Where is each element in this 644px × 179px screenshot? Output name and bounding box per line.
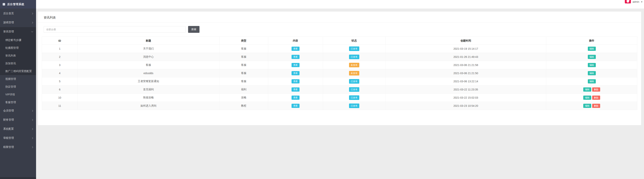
topbar: admin xyxy=(36,0,644,8)
cell-created: 2021-03-23 10:54:20 xyxy=(386,102,546,110)
sidebar-item-6[interactable]: 客服管理 xyxy=(0,98,36,106)
search-bar: 搜索 xyxy=(44,26,636,33)
cell-status: 已发布 xyxy=(323,53,385,61)
sidebar-footer[interactable] xyxy=(0,177,36,179)
sidebar-group: 资讯管理绑定帐号步骤轮播图管理资讯列表添加资讯推广二维码背景图配置 xyxy=(0,27,36,75)
edit-button[interactable]: 编辑 xyxy=(588,63,596,67)
sidebar: 后台管理系统 后台首页游戏管理资讯管理绑定帐号步骤轮播图管理资讯列表添加资讯推广… xyxy=(0,0,36,179)
sidebar-item-1[interactable]: 游戏管理 xyxy=(0,18,36,27)
user-avatar xyxy=(625,0,631,3)
edit-button[interactable]: 编辑 xyxy=(588,55,596,59)
chevron-right-icon xyxy=(31,22,33,23)
app-title: 后台管理系统 xyxy=(7,3,24,6)
view-button[interactable]: 查看 xyxy=(292,79,300,83)
edit-button[interactable]: 编辑 xyxy=(588,71,596,75)
user-menu[interactable]: admin xyxy=(625,0,642,3)
cell-created: 2021-03-22 15:02:03 xyxy=(386,94,546,102)
sidebar-nav: 后台首页游戏管理资讯管理绑定帐号步骤轮播图管理资讯列表添加资讯推广二维码背景图配… xyxy=(0,8,36,152)
cell-created: 2021-03-06 21:21:58 xyxy=(386,61,546,69)
edit-button[interactable]: 编辑 xyxy=(583,87,591,92)
view-button[interactable]: 查看 xyxy=(292,55,300,59)
table-header-row: ID标题类型内容状态创建时间操作 xyxy=(42,37,637,45)
sidebar-item-4[interactable]: 协议管理 xyxy=(0,83,36,91)
cell-content: 查看 xyxy=(268,94,323,102)
cell-content: 查看 xyxy=(268,102,323,110)
cell-created: 2021-03-22 11:23:35 xyxy=(386,86,546,94)
cell-actions: 编辑 xyxy=(546,61,637,69)
view-button[interactable]: 查看 xyxy=(292,87,300,92)
cell-status: 未发布 xyxy=(323,69,385,77)
delete-button[interactable]: 删除 xyxy=(592,96,600,100)
cell-id: 6 xyxy=(42,86,78,94)
edit-button[interactable]: 编辑 xyxy=(583,96,591,100)
sidebar-item-11[interactable]: 权限管理 xyxy=(0,143,36,152)
sidebar-group: 会员管理 xyxy=(0,106,36,115)
cell-title: 王者荣耀更新通知 xyxy=(78,77,220,86)
cell-id: 2 xyxy=(42,53,78,61)
sidebar-item-9[interactable]: 系统配置 xyxy=(0,124,36,134)
column-header-3: 内容 xyxy=(268,37,323,45)
chevron-right-icon xyxy=(31,146,33,148)
cell-actions: 编辑 xyxy=(546,53,637,61)
sidebar-item-0[interactable]: 后台首页 xyxy=(0,9,36,18)
cell-type: 客服 xyxy=(219,69,268,77)
delete-button[interactable]: 删除 xyxy=(592,104,600,108)
edit-button[interactable]: 编辑 xyxy=(583,104,591,108)
sidebar-item-5[interactable]: VIP详情 xyxy=(0,91,36,98)
table-row: 4edssdds客服查看未发布2021-03-06 21:21:50编辑 xyxy=(42,69,637,77)
table-row: 11如何进入房间教程查看已发布2021-03-23 10:54:20编辑删除 xyxy=(42,102,637,110)
sidebar-item-3[interactable]: 视频管理 xyxy=(0,75,36,83)
table-row: 5王者荣耀更新通知客服查看已发布2021-03-06 13:22:14编辑 xyxy=(42,77,637,86)
status-badge: 未发布 xyxy=(349,63,359,67)
chevron-right-icon xyxy=(31,137,33,139)
cell-title: 客服 xyxy=(78,61,220,69)
edit-button[interactable]: 编辑 xyxy=(588,79,596,83)
cell-title: 熊猫攻略 xyxy=(78,94,220,102)
table-row: 6首充福利福利查看已发布2021-03-22 11:23:35编辑删除 xyxy=(42,86,637,94)
search-button[interactable]: 搜索 xyxy=(188,26,200,33)
sidebar-item-8[interactable]: 财务管理 xyxy=(0,115,36,124)
sidebar-subitem-2-4[interactable]: 推广二维码背景图配置 xyxy=(0,67,36,75)
sidebar-subitem-2-1[interactable]: 轮播图管理 xyxy=(0,44,36,52)
cell-status: 已发布 xyxy=(323,94,385,102)
edit-button[interactable]: 编辑 xyxy=(588,47,596,51)
sidebar-subitem-2-0[interactable]: 绑定帐号步骤 xyxy=(0,36,36,44)
view-button[interactable]: 查看 xyxy=(292,47,300,51)
sidebar-group: 审核管理 xyxy=(0,134,36,143)
app-logo: 后台管理系统 xyxy=(0,0,36,8)
cell-content: 查看 xyxy=(268,53,323,61)
cell-created: 2021-03-19 15:14:17 xyxy=(386,45,546,53)
view-button[interactable]: 查看 xyxy=(292,96,300,100)
sidebar-subitem-2-3[interactable]: 添加资讯 xyxy=(0,59,36,67)
sidebar-item-label: 系统配置 xyxy=(3,127,14,131)
logo-icon xyxy=(3,3,5,5)
username: admin xyxy=(632,0,639,3)
view-button[interactable]: 查看 xyxy=(292,104,300,108)
column-header-5: 创建时间 xyxy=(386,37,546,45)
cell-actions: 编辑删除 xyxy=(546,86,637,94)
sidebar-item-7[interactable]: 会员管理 xyxy=(0,106,36,115)
sidebar-group: 系统配置 xyxy=(0,124,36,134)
cell-id: 3 xyxy=(42,61,78,69)
sidebar-group: 游戏管理 xyxy=(0,18,36,27)
chevron-right-icon xyxy=(31,12,33,14)
sidebar-item-label: 会员管理 xyxy=(3,109,14,112)
sidebar-item-label: 资讯管理 xyxy=(3,30,14,33)
cell-title: 关于我们 xyxy=(78,45,220,53)
cell-type: 客服 xyxy=(219,61,268,69)
status-badge: 未发布 xyxy=(349,71,359,75)
sidebar-item-2[interactable]: 资讯管理 xyxy=(0,27,36,36)
table-row: 2消息中心客服查看已发布2021-01-26 21:49:43编辑 xyxy=(42,53,637,61)
cell-content: 查看 xyxy=(268,61,323,69)
sidebar-group: 权限管理 xyxy=(0,143,36,152)
category-search-input[interactable] xyxy=(44,26,186,33)
cell-type: 客服 xyxy=(219,77,268,86)
sidebar-subitem-2-2[interactable]: 资讯列表 xyxy=(0,52,36,59)
view-button[interactable]: 查看 xyxy=(292,71,300,75)
cell-id: 1 xyxy=(42,45,78,53)
sidebar-item-10[interactable]: 审核管理 xyxy=(0,134,36,143)
view-button[interactable]: 查看 xyxy=(292,63,300,67)
cell-status: 已发布 xyxy=(323,77,385,86)
cell-id: 4 xyxy=(42,69,78,77)
delete-button[interactable]: 删除 xyxy=(592,87,600,92)
